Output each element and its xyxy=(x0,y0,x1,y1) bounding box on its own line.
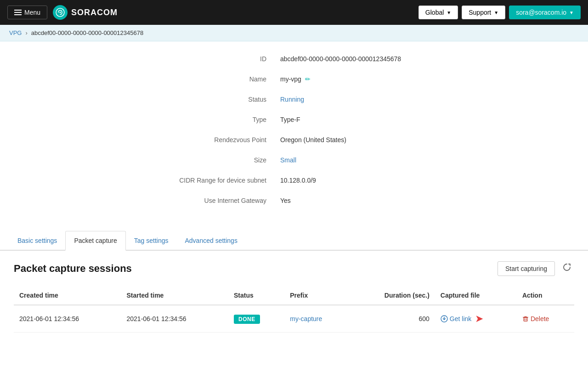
cell-prefix: my-capture xyxy=(284,305,350,333)
header-left: Menu SORACOM xyxy=(7,5,118,20)
table-wrapper: Created time Started time Status Prefix … xyxy=(14,286,574,333)
gateway-value: Yes xyxy=(280,197,291,204)
prefix-link[interactable]: my-capture xyxy=(290,315,322,322)
menu-label: Menu xyxy=(24,9,40,16)
arrow-right-icon: ➤ xyxy=(475,313,483,325)
tab-basic-settings[interactable]: Basic settings xyxy=(9,231,65,251)
chevron-down-icon: ▼ xyxy=(494,10,498,15)
status-value: Running xyxy=(280,96,304,103)
detail-row-gateway: Use Internet Gateway Yes xyxy=(106,197,482,204)
col-header-created: Created time xyxy=(14,286,121,305)
col-header-action: Action xyxy=(517,286,574,305)
start-capturing-button[interactable]: Start capturing xyxy=(498,261,555,276)
download-icon xyxy=(441,315,448,322)
detail-row-cidr: CIDR Range for device subnet 10.128.0.0/… xyxy=(106,177,482,184)
delete-button[interactable]: Delete xyxy=(522,315,549,322)
name-value: my-vpg ✏ xyxy=(280,75,311,83)
user-button[interactable]: sora@soracom.io ▼ xyxy=(509,6,581,19)
content-area: Packet capture sessions Start capturing … xyxy=(0,251,588,342)
detail-row-status: Status Running xyxy=(106,96,482,103)
global-label: Global xyxy=(425,9,444,16)
tab-packet-capture[interactable]: Packet capture xyxy=(65,231,125,251)
col-header-file: Captured file xyxy=(435,286,517,305)
logo: SORACOM xyxy=(53,5,118,20)
get-link-cell: Get link ➤ xyxy=(441,313,511,325)
logo-text: SORACOM xyxy=(71,8,118,17)
type-label: Type xyxy=(106,116,280,123)
cell-created: 2021-06-01 12:34:56 xyxy=(14,305,121,333)
captures-table: Created time Started time Status Prefix … xyxy=(14,286,574,333)
detail-section: ID abcdef00-0000-0000-0000-000012345678 … xyxy=(87,41,501,226)
gateway-label: Use Internet Gateway xyxy=(106,197,280,204)
detail-row-size: Size Small xyxy=(106,156,482,164)
detail-row-id: ID abcdef00-0000-0000-0000-000012345678 xyxy=(106,55,482,63)
refresh-button[interactable] xyxy=(560,260,574,277)
cell-status: DONE xyxy=(228,305,284,333)
cidr-value: 10.128.0.0/9 xyxy=(280,177,316,184)
detail-row-type: Type Type-F xyxy=(106,116,482,123)
type-value: Type-F xyxy=(280,116,300,123)
svg-rect-4 xyxy=(524,317,527,321)
cell-file: Get link ➤ xyxy=(435,305,517,333)
cidr-label: CIDR Range for device subnet xyxy=(106,177,280,184)
support-button[interactable]: Support ▼ xyxy=(462,6,505,19)
detail-row-rendezvous: Rendezvous Point Oregon (United States) xyxy=(106,136,482,144)
rendezvous-label: Rendezvous Point xyxy=(106,136,280,144)
edit-icon[interactable]: ✏ xyxy=(305,75,311,83)
user-label: sora@soracom.io xyxy=(516,9,566,16)
logo-icon xyxy=(53,5,68,20)
breadcrumb-vpg-link[interactable]: VPG xyxy=(9,29,22,36)
trash-icon xyxy=(522,316,529,322)
rendezvous-value: Oregon (United States) xyxy=(280,136,346,144)
chevron-down-icon: ▼ xyxy=(447,10,451,15)
refresh-icon xyxy=(562,263,571,272)
chevron-down-icon: ▼ xyxy=(569,10,574,15)
hamburger-icon xyxy=(14,10,22,15)
size-value: Small xyxy=(280,156,296,164)
svg-point-1 xyxy=(60,12,61,13)
app-header: Menu SORACOM Global ▼ Support ▼ sora@sor… xyxy=(0,0,588,25)
table-header-row: Created time Started time Status Prefix … xyxy=(14,286,574,305)
global-button[interactable]: Global ▼ xyxy=(418,6,458,19)
section-actions: Start capturing xyxy=(498,260,574,277)
breadcrumb-current: abcdef00-0000-0000-0000-000012345678 xyxy=(31,29,143,36)
col-header-status: Status xyxy=(228,286,284,305)
menu-button[interactable]: Menu xyxy=(7,6,47,19)
cell-started: 2021-06-01 12:34:56 xyxy=(121,305,228,333)
detail-row-name: Name my-vpg ✏ xyxy=(106,75,482,83)
table-row: 2021-06-01 12:34:56 2021-06-01 12:34:56 … xyxy=(14,305,574,333)
cell-duration: 600 xyxy=(350,305,435,333)
get-link-button[interactable]: Get link xyxy=(441,315,471,322)
section-header: Packet capture sessions Start capturing xyxy=(14,260,574,277)
status-label: Status xyxy=(106,96,280,103)
id-label: ID xyxy=(106,55,280,63)
header-right: Global ▼ Support ▼ sora@soracom.io ▼ xyxy=(418,6,581,19)
id-value: abcdef00-0000-0000-0000-000012345678 xyxy=(280,55,401,63)
cell-action: Delete xyxy=(517,305,574,333)
tabs-container: Basic settings Packet capture Tag settin… xyxy=(0,231,588,251)
col-header-duration: Duration (sec.) xyxy=(350,286,435,305)
col-header-started: Started time xyxy=(121,286,228,305)
name-label: Name xyxy=(106,75,280,83)
support-label: Support xyxy=(469,9,491,16)
section-title: Packet capture sessions xyxy=(14,263,132,275)
breadcrumb: VPG › abcdef00-0000-0000-0000-0000123456… xyxy=(0,25,588,41)
tab-advanced-settings[interactable]: Advanced settings xyxy=(176,231,245,251)
breadcrumb-separator: › xyxy=(25,29,27,36)
col-header-prefix: Prefix xyxy=(284,286,350,305)
size-label: Size xyxy=(106,156,280,164)
tab-tag-settings[interactable]: Tag settings xyxy=(126,231,177,251)
status-badge: DONE xyxy=(234,315,260,324)
